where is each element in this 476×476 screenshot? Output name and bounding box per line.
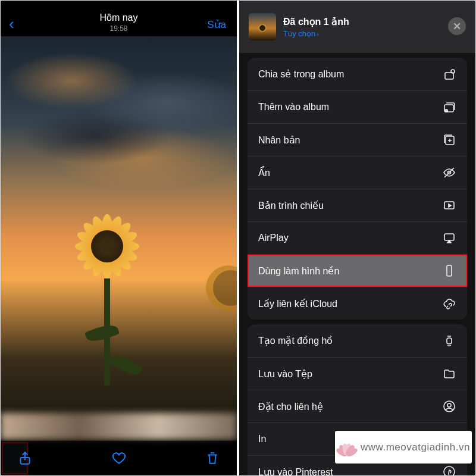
action-icloud-link[interactable]: Lấy liên kết iCloud [248,287,467,320]
svg-rect-11 [447,338,452,344]
share-sheet-screen: Đã chọn 1 ảnh Tùy chọn› ✕ Chia sẻ trong … [239,1,475,475]
play-sq-icon [442,198,456,212]
action-label: In [258,434,266,444]
photo-header: ‹ Hôm nay 19:58 Sửa [1,1,237,36]
svg-point-13 [447,403,451,407]
favorite-button[interactable] [110,449,128,467]
cloud-link-icon [442,296,456,311]
close-button[interactable]: ✕ [448,17,466,35]
action-watchface[interactable]: Tạo mặt đồng hồ [248,324,467,357]
airplay-icon [442,231,456,245]
edit-button[interactable]: Sửa [207,18,226,31]
svg-rect-1 [445,73,453,79]
action-label: Nhân bản [258,134,300,146]
action-hide[interactable]: Ẩn [248,156,467,189]
action-airplay[interactable]: AirPlay [248,221,467,254]
action-label: AirPlay [258,233,289,243]
plus-sq-icon [442,133,456,147]
action-label: Chia sẻ trong album [258,68,344,80]
action-label: Thêm vào album [258,102,329,112]
delete-button[interactable] [203,449,221,467]
lotus-icon [337,439,357,456]
chevron-right-icon: › [317,30,319,37]
photo-toolbar [1,441,237,475]
svg-rect-10 [447,265,452,276]
phone-icon [442,264,456,278]
action-duplicate[interactable]: Nhân bản [248,123,467,156]
thumbnail-strip [1,413,237,440]
share-button[interactable] [16,449,34,467]
albums-icon [442,100,456,114]
share-sheet-header: Đã chọn 1 ảnh Tùy chọn› ✕ [239,1,475,53]
selected-count: Đã chọn 1 ảnh [283,16,349,27]
selected-thumbnail [249,13,276,40]
title-time: 19:58 [1,24,237,33]
layers-icon [442,67,456,82]
action-contact[interactable]: Đặt cho liên hệ [248,390,467,422]
action-label: Lấy liên kết iCloud [258,298,337,309]
action-share-album[interactable]: Chia sẻ trong album [248,58,467,90]
share-sheet-body[interactable]: Chia sẻ trong albumThêm vào albumNhân bả… [239,53,475,475]
action-add-album[interactable]: Thêm vào album [248,90,467,123]
action-label: Lưu vào Pinterest [258,466,333,476]
action-slideshow[interactable]: Bản trình chiếu [248,189,467,221]
action-label: Bản trình chiếu [258,200,324,211]
options-button[interactable]: Tùy chọn› [283,29,349,38]
action-wallpaper[interactable]: Dùng làm hình nền [248,254,467,287]
title-date: Hôm nay [1,12,237,23]
folder-icon [442,367,456,381]
action-group-1: Chia sẻ trong albumThêm vào albumNhân bả… [248,58,467,320]
action-label: Lưu vào Tệp [258,368,312,380]
action-label: Ẩn [258,167,270,178]
action-save-files[interactable]: Lưu vào Tệp [248,357,467,390]
action-label: Dùng làm hình nền [258,265,339,277]
photo-content[interactable] [1,36,237,440]
pinterest-icon [442,465,456,475]
person-icon [442,399,456,414]
watch-icon [442,334,456,348]
action-label: Đặt cho liên hệ [258,401,323,412]
svg-rect-9 [444,234,454,240]
photo-viewer-screen: ‹ Hôm nay 19:58 Sửa [1,1,237,475]
photo-title: Hôm nay 19:58 [1,12,237,33]
eye-off-icon [442,165,456,180]
action-label: Tạo mặt đồng hồ [258,335,333,346]
watermark: www.meovatgiadinh.vn [335,431,472,464]
